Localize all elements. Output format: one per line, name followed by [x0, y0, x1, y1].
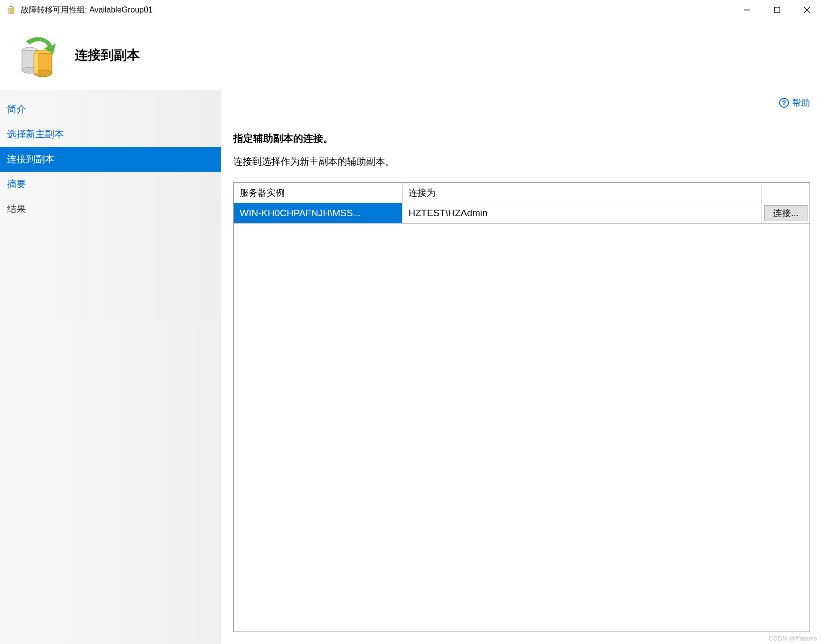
sidebar-item-results[interactable]: 结果 — [0, 197, 221, 222]
connect-button[interactable]: 连接... — [764, 205, 808, 221]
maximize-button[interactable] — [762, 0, 792, 20]
cell-connected-as[interactable]: HZTEST\HZAdmin — [403, 203, 762, 224]
window-controls — [732, 0, 822, 20]
svg-rect-3 — [775, 7, 780, 13]
wizard-header: 连接到副本 — [0, 20, 822, 90]
column-header-connected-as[interactable]: 连接为 — [403, 183, 762, 203]
help-link[interactable]: ? 帮助 — [779, 97, 810, 109]
sidebar-item-select-primary[interactable]: 选择新主副本 — [0, 122, 221, 147]
sidebar-item-intro[interactable]: 简介 — [0, 97, 221, 122]
cell-connect-action: 连接... — [762, 203, 810, 224]
svg-rect-12 — [34, 53, 38, 73]
page-title: 连接到副本 — [75, 46, 140, 64]
svg-rect-1 — [11, 8, 14, 14]
help-icon: ? — [779, 98, 789, 108]
cell-server-instance[interactable]: WIN-KH0CHPAFNJH\MSS... — [234, 203, 403, 224]
close-button[interactable] — [792, 0, 822, 20]
sidebar-item-summary[interactable]: 摘要 — [0, 172, 221, 197]
window-title: 故障转移可用性组: AvailableGroup01 — [21, 5, 153, 15]
grid-header-row: 服务器实例 连接为 — [234, 183, 810, 203]
svg-rect-0 — [8, 8, 11, 14]
wizard-header-icon — [15, 32, 60, 77]
wizard-sidebar: 简介 选择新主副本 连接到副本 摘要 结果 — [0, 90, 221, 644]
section-description: 连接到选择作为新主副本的辅助副本。 — [233, 155, 810, 168]
app-icon — [6, 5, 16, 15]
sidebar-item-connect-replica[interactable]: 连接到副本 — [0, 147, 221, 172]
grid-empty-area — [234, 224, 810, 632]
wizard-main: ? 帮助 指定辅助副本的连接。 连接到选择作为新主副本的辅助副本。 服务器实例 … — [221, 90, 822, 644]
minimize-button[interactable] — [732, 0, 762, 20]
column-header-action — [762, 183, 810, 203]
help-label: 帮助 — [792, 97, 810, 109]
grid-row[interactable]: WIN-KH0CHPAFNJH\MSS... HZTEST\HZAdmin 连接… — [234, 203, 810, 224]
replica-grid: 服务器实例 连接为 WIN-KH0CHPAFNJH\MSS... HZTEST\… — [233, 182, 810, 632]
title-bar: 故障转移可用性组: AvailableGroup01 — [0, 0, 822, 20]
watermark: CSDN @Patanis — [769, 635, 817, 642]
section-heading: 指定辅助副本的连接。 — [233, 132, 810, 145]
column-header-server-instance[interactable]: 服务器实例 — [234, 183, 403, 203]
